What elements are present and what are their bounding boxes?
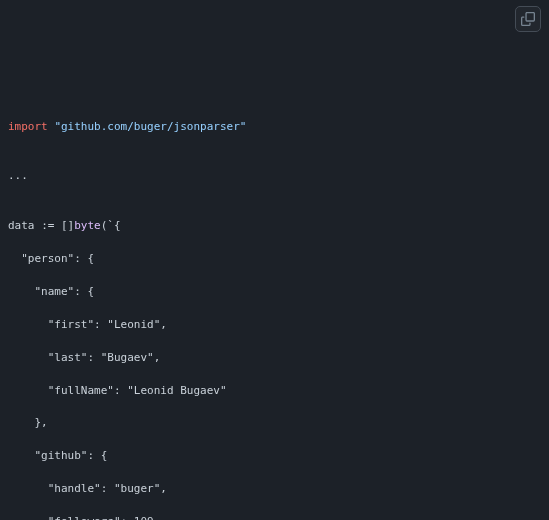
code-line: }, [8,415,541,431]
code-line: ... [8,168,541,184]
code-line: "github": { [8,448,541,464]
code-line: "person": { [8,251,541,267]
code-line: "followers": 109 [8,514,541,520]
code-line: "fullName": "Leonid Bugaev" [8,383,541,399]
code-line: data := []byte(`{ [8,218,541,234]
code-line: "handle": "buger", [8,481,541,497]
code-line: "first": "Leonid", [8,317,541,333]
code-block: import "github.com/buger/jsonparser" ...… [8,119,541,520]
code-line: "last": "Bugaev", [8,350,541,366]
copy-button[interactable] [515,6,541,32]
code-line: import "github.com/buger/jsonparser" [8,119,541,135]
copy-icon [521,12,535,26]
code-line: "name": { [8,284,541,300]
